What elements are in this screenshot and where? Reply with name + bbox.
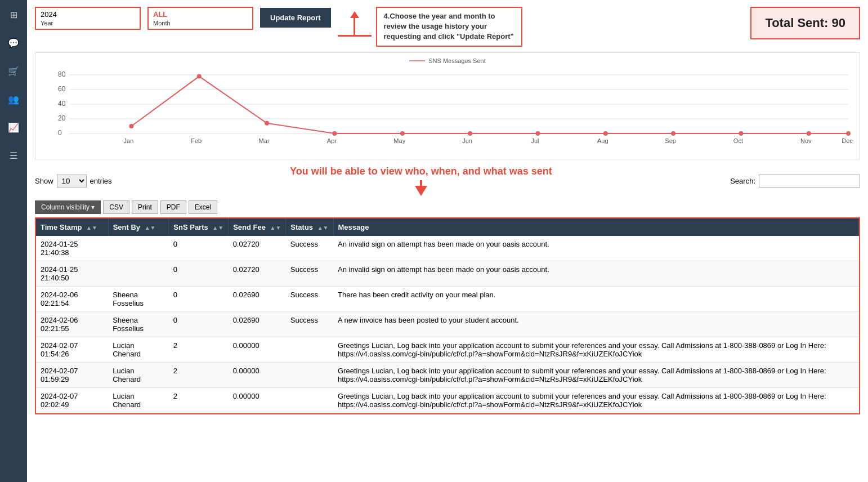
year-input[interactable] bbox=[41, 10, 135, 19]
cell-sns-parts: 0 bbox=[169, 311, 229, 337]
svg-text:Sep: Sep bbox=[665, 137, 676, 144]
cell-status: Success bbox=[286, 286, 333, 311]
cell-sns-parts: 0 bbox=[169, 236, 229, 261]
line-chart: 80 60 40 20 0 bbox=[41, 66, 854, 145]
table-controls-row: Show 10 25 50 100 entries You will be ab… bbox=[35, 165, 860, 197]
pdf-button[interactable]: PDF bbox=[160, 200, 186, 214]
svg-point-22 bbox=[846, 131, 851, 136]
cell-sent-by: Sheena Fosselius bbox=[108, 311, 169, 337]
cell-send-fee: 0.00000 bbox=[229, 362, 286, 387]
cell-status bbox=[286, 337, 333, 362]
svg-text:0: 0 bbox=[58, 129, 62, 137]
toolbar: Column visibility ▾ CSV Print PDF Excel bbox=[35, 200, 860, 214]
cell-sns-parts: 0 bbox=[169, 286, 229, 311]
print-button[interactable]: Print bbox=[132, 200, 158, 214]
month-input[interactable] bbox=[153, 10, 248, 19]
column-visibility-button[interactable]: Column visibility ▾ bbox=[35, 200, 101, 214]
svg-point-18 bbox=[603, 131, 608, 136]
search-label: Search: bbox=[730, 177, 755, 185]
sort-icon-timestamp: ▲▼ bbox=[86, 225, 97, 231]
col-send-fee[interactable]: Send Fee ▲▼ bbox=[229, 218, 286, 236]
cell-sent-by: Lucian Chenard bbox=[108, 337, 169, 362]
sort-icon-snsparts: ▲▼ bbox=[212, 225, 223, 231]
menu-icon[interactable]: ☰ bbox=[5, 146, 23, 164]
table-row: 2024-02-06 02:21:55 Sheena Fosselius 0 0… bbox=[36, 311, 859, 337]
svg-point-14 bbox=[332, 131, 337, 136]
cell-send-fee: 0.00000 bbox=[229, 337, 286, 362]
excel-button[interactable]: Excel bbox=[189, 200, 217, 214]
svg-text:Aug: Aug bbox=[597, 137, 609, 144]
legend-label: SNS Messages Sent bbox=[428, 57, 486, 64]
chart-legend: SNS Messages Sent bbox=[41, 57, 854, 64]
cell-timestamp: 2024-01-25 21:40:50 bbox=[36, 261, 108, 286]
entries-select[interactable]: 10 25 50 100 bbox=[57, 175, 87, 188]
col-sent-by[interactable]: Sent By ▲▼ bbox=[108, 218, 169, 236]
cell-sns-parts: 2 bbox=[169, 337, 229, 362]
col-status[interactable]: Status ▲▼ bbox=[286, 218, 333, 236]
col-sns-parts[interactable]: SnS Parts ▲▼ bbox=[169, 218, 229, 236]
cell-message: Greetings Lucian, Log back into your app… bbox=[333, 337, 859, 362]
svg-marker-10 bbox=[131, 76, 848, 133]
grid-icon[interactable]: ⊞ bbox=[5, 6, 23, 24]
cell-sns-parts: 2 bbox=[169, 362, 229, 387]
svg-text:40: 40 bbox=[58, 100, 66, 108]
cell-send-fee: 0.02720 bbox=[229, 236, 286, 261]
cell-timestamp: 2024-02-07 02:02:49 bbox=[36, 387, 108, 413]
cell-message: There has been credit activity on your m… bbox=[333, 286, 859, 311]
svg-text:Jul: Jul bbox=[531, 137, 539, 144]
table-row: 2024-02-07 01:54:26 Lucian Chenard 2 0.0… bbox=[36, 337, 859, 362]
cell-message: An invalid sign on attempt has been made… bbox=[333, 236, 859, 261]
sort-icon-sendfee: ▲▼ bbox=[270, 225, 281, 231]
chat-icon[interactable]: 💬 bbox=[5, 34, 23, 52]
cell-message: A new invoice has been posted to your st… bbox=[333, 311, 859, 337]
svg-marker-35 bbox=[415, 186, 427, 196]
svg-point-15 bbox=[400, 131, 405, 136]
svg-point-21 bbox=[807, 131, 811, 136]
svg-rect-36 bbox=[420, 180, 422, 187]
svg-point-11 bbox=[129, 124, 133, 128]
cell-sent-by bbox=[108, 236, 169, 261]
year-label: Year bbox=[41, 20, 135, 26]
table-row: 2024-02-07 02:02:49 Lucian Chenard 2 0.0… bbox=[36, 387, 859, 413]
svg-text:20: 20 bbox=[58, 114, 66, 122]
cell-timestamp: 2024-02-06 02:21:54 bbox=[36, 286, 108, 311]
table-row: 2024-01-25 21:40:38 0 0.02720 Success An… bbox=[36, 236, 859, 261]
svg-text:Apr: Apr bbox=[327, 137, 337, 144]
col-timestamp[interactable]: Time Stamp ▲▼ bbox=[36, 218, 108, 236]
search-input[interactable] bbox=[759, 175, 860, 188]
svg-text:Jun: Jun bbox=[462, 137, 472, 144]
svg-text:Feb: Feb bbox=[191, 137, 202, 144]
down-arrow-icon bbox=[413, 180, 429, 197]
svg-point-20 bbox=[739, 131, 743, 136]
svg-text:Nov: Nov bbox=[800, 137, 812, 144]
cell-timestamp: 2024-02-07 01:54:26 bbox=[36, 337, 108, 362]
month-label: Month bbox=[153, 20, 248, 26]
update-report-button[interactable]: Update Report bbox=[260, 8, 331, 28]
svg-text:May: May bbox=[393, 137, 405, 144]
col-message[interactable]: Message bbox=[333, 218, 859, 236]
sort-icon-sentby: ▲▼ bbox=[145, 225, 156, 231]
svg-text:60: 60 bbox=[58, 85, 66, 93]
cell-sent-by: Lucian Chenard bbox=[108, 387, 169, 413]
cart-icon[interactable]: 🛒 bbox=[5, 62, 23, 80]
users-icon[interactable]: 👥 bbox=[5, 90, 23, 108]
data-table: Time Stamp ▲▼ Sent By ▲▼ SnS Parts ▲▼ Se… bbox=[36, 218, 859, 413]
chart-icon[interactable]: 📈 bbox=[5, 118, 23, 136]
csv-button[interactable]: CSV bbox=[103, 200, 129, 214]
top-controls-row: Year Month Update Report 4.Choose the ye… bbox=[35, 7, 860, 47]
cell-message: Greetings Lucian, Log back into your app… bbox=[333, 387, 859, 413]
cell-sns-parts: 0 bbox=[169, 261, 229, 286]
svg-point-17 bbox=[535, 131, 540, 136]
cell-sent-by: Lucian Chenard bbox=[108, 362, 169, 387]
sidebar: ⊞ 💬 🛒 👥 📈 ☰ bbox=[0, 0, 27, 482]
show-entries: Show 10 25 50 100 entries bbox=[35, 175, 112, 188]
step4-annotation: 4.Choose the year and month to review th… bbox=[376, 7, 522, 47]
table-row: 2024-02-07 01:59:29 Lucian Chenard 2 0.0… bbox=[36, 362, 859, 387]
cell-timestamp: 2024-02-07 01:59:29 bbox=[36, 362, 108, 387]
svg-text:Mar: Mar bbox=[259, 137, 270, 144]
svg-text:Oct: Oct bbox=[733, 137, 743, 144]
cell-sent-by bbox=[108, 261, 169, 286]
cell-message: An invalid sign on attempt has been made… bbox=[333, 261, 859, 286]
svg-point-19 bbox=[671, 131, 675, 136]
svg-text:Jan: Jan bbox=[124, 137, 134, 144]
